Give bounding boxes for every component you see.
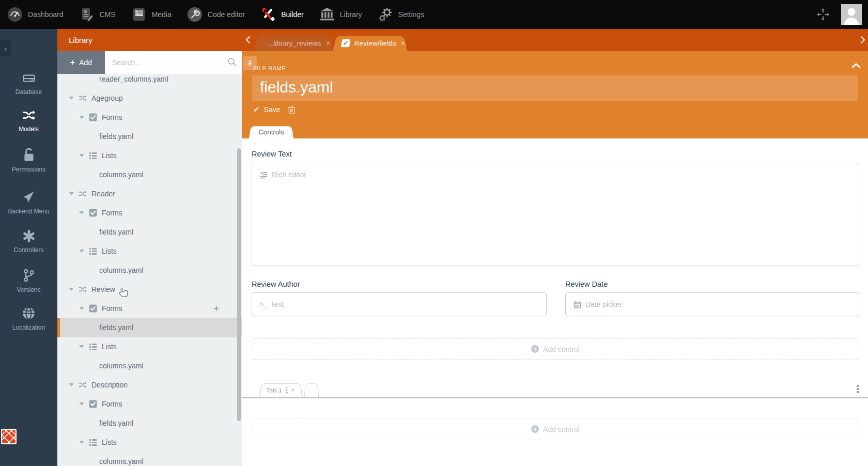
caret-down-icon[interactable]: [79, 307, 84, 310]
sidebar-item-database[interactable]: Database: [0, 71, 57, 96]
search-input[interactable]: [105, 51, 242, 74]
tree-item-selected[interactable]: fields.yaml: [57, 318, 242, 337]
tree-item[interactable]: columns.yaml: [57, 356, 242, 376]
field-label-review-text: Review Text: [252, 150, 292, 158]
list-icon: [89, 151, 97, 160]
add-file-icon[interactable]: +: [213, 304, 219, 313]
builder-sidebar: › Database Models Permissions Backend Me…: [0, 29, 57, 466]
tree-item[interactable]: columns.yaml: [57, 165, 242, 184]
shuffle-icon: [79, 285, 87, 293]
tabs-scroll-left-icon[interactable]: [245, 36, 251, 44]
tree-item[interactable]: Forms: [57, 395, 242, 414]
add-control-button[interactable]: + Add control: [252, 338, 859, 360]
models-icon: [21, 108, 37, 122]
collapse-header-icon[interactable]: [851, 63, 861, 69]
nav-item-code-editor[interactable]: Code editor: [187, 7, 245, 22]
add-button[interactable]: + Add: [57, 51, 105, 74]
grid-logo-icon: [2, 430, 16, 443]
database-tab-icon: [262, 40, 264, 46]
close-tab-icon[interactable]: ✕: [400, 40, 407, 47]
tab-review-fields[interactable]: ✓ Review/fields ✕: [333, 36, 407, 51]
form-builder-canvas: Review Text Rich editor Review Author >_…: [242, 138, 868, 466]
text-control[interactable]: >_ Text: [252, 292, 547, 316]
settings-icon: [378, 7, 393, 22]
tabs-scroll-right-icon[interactable]: [860, 36, 866, 44]
tree-item[interactable]: Lists: [57, 146, 242, 165]
tree-item[interactable]: columns.yaml: [57, 261, 242, 280]
tree-item[interactable]: Forms: [57, 204, 242, 223]
plus-circle-icon: +: [531, 425, 539, 433]
caret-down-icon[interactable]: [79, 211, 84, 214]
person-icon: [841, 4, 862, 25]
move-fullscreen-icon[interactable]: [816, 8, 830, 21]
calendar-icon: [574, 301, 581, 308]
caret-down-icon[interactable]: [69, 288, 74, 291]
nav-item-library[interactable]: Library: [319, 7, 362, 22]
caret-down-icon[interactable]: [79, 402, 84, 406]
caret-down-icon[interactable]: [79, 345, 84, 348]
add-control-button[interactable]: + Add control: [252, 418, 859, 440]
caret-down-icon[interactable]: [69, 97, 74, 100]
tree-item[interactable]: Reader: [57, 184, 242, 204]
tree-scrollbar[interactable]: [237, 148, 241, 421]
tab-library-reviews[interactable]: ...library_reviews ✕: [254, 36, 333, 51]
shuffle-icon: [79, 381, 87, 389]
tree-item[interactable]: Description: [57, 376, 242, 395]
caret-down-icon[interactable]: [79, 154, 84, 157]
checkbox-tab-icon: ✓: [341, 39, 351, 47]
tree-item[interactable]: Forms: [57, 108, 242, 127]
close-tab-icon[interactable]: ✕: [324, 40, 332, 47]
nav-item-media[interactable]: Media: [131, 7, 172, 22]
caret-down-icon[interactable]: [79, 250, 84, 253]
caret-down-icon[interactable]: [69, 383, 74, 386]
sidebar-item-controllers[interactable]: Controllers: [0, 229, 57, 254]
sidebar-item-localization[interactable]: Localization: [0, 306, 57, 331]
tab-menu-icon[interactable]: [286, 387, 287, 393]
field-label-review-author: Review Author: [252, 280, 300, 288]
save-button[interactable]: ✔ Save: [253, 105, 281, 114]
tree-item[interactable]: Forms +: [57, 299, 242, 318]
list-icon: [89, 247, 97, 255]
sidebar-expand-icon[interactable]: ›: [0, 40, 11, 56]
list-icon: [89, 438, 97, 446]
tabs-divider: [242, 397, 868, 398]
tree-item[interactable]: Lists: [57, 242, 242, 261]
nav-item-cms[interactable]: CMS: [79, 7, 116, 22]
nav-item-builder[interactable]: Builder: [260, 7, 304, 22]
database-icon: [21, 71, 37, 85]
control-placeholder: Date picker: [574, 300, 622, 308]
tree-item[interactable]: columns.yaml: [57, 452, 242, 466]
caret-down-icon[interactable]: [79, 441, 84, 444]
richeditor-control[interactable]: Rich editor: [252, 163, 859, 266]
datepicker-control[interactable]: Date picker: [565, 292, 859, 316]
checked-checkbox-icon: [89, 209, 97, 217]
tree-item[interactable]: Lists: [57, 337, 242, 356]
caret-down-icon[interactable]: [79, 116, 84, 119]
sidebar-item-models[interactable]: Models: [0, 108, 57, 133]
file-name-input[interactable]: [253, 75, 858, 101]
tree-item[interactable]: fields.yaml: [57, 414, 242, 433]
tab-controls[interactable]: Controls: [249, 126, 293, 138]
nav-item-settings[interactable]: Settings: [378, 7, 425, 22]
tabs-options-icon[interactable]: [857, 385, 859, 394]
nav-item-dashboard[interactable]: Dashboard: [7, 7, 64, 22]
tree-item[interactable]: Agegroup: [57, 89, 242, 108]
close-tab-icon[interactable]: ×: [291, 387, 295, 393]
shuffle-icon: [79, 190, 87, 198]
user-avatar[interactable]: [841, 4, 862, 25]
new-tab-stub[interactable]: [304, 383, 319, 397]
delete-icon[interactable]: [288, 105, 296, 114]
debugbar-logo[interactable]: [1, 429, 17, 444]
tree-item[interactable]: Review: [57, 280, 242, 299]
sidebar-item-backend-menu[interactable]: Backend Menu: [0, 190, 57, 215]
rich-editor-icon: [260, 171, 268, 179]
sidebar-item-versions[interactable]: Versions: [0, 268, 57, 293]
sidebar-item-permissions[interactable]: Permissions: [0, 148, 57, 173]
tree-item[interactable]: fields.yaml: [57, 127, 242, 146]
secondary-tab-1[interactable]: Tab 1 ×: [259, 383, 303, 397]
search-icon[interactable]: [227, 57, 237, 67]
tree-item[interactable]: reader_columns.yaml: [57, 74, 242, 89]
caret-down-icon[interactable]: [69, 192, 74, 195]
tree-item[interactable]: Lists: [57, 433, 242, 452]
tree-item[interactable]: fields.yaml: [57, 223, 242, 242]
